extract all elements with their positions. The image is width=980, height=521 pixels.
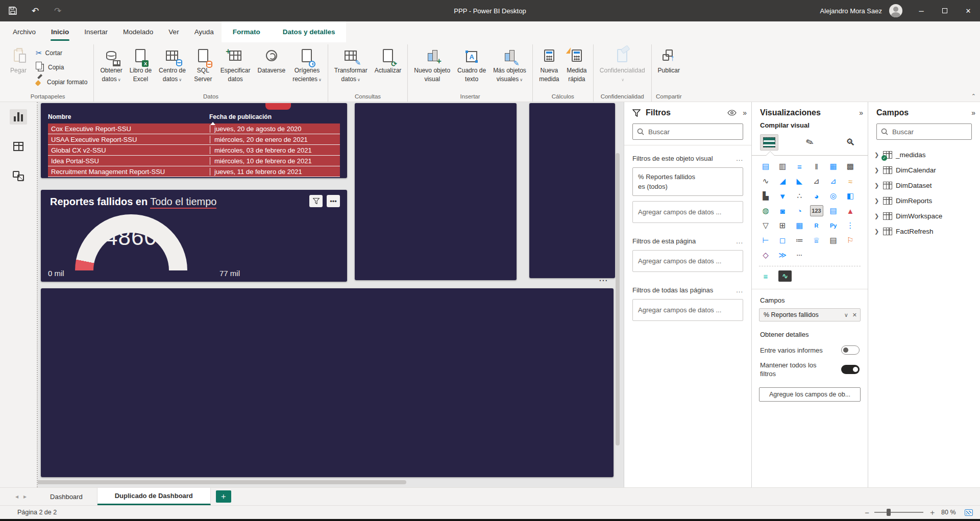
menu-tab-archivo[interactable]: Archivo — [5, 21, 43, 42]
key-influencers-icon[interactable]: ⋮ — [844, 220, 857, 231]
more-options-icon[interactable]: ... — [736, 155, 743, 162]
clustered-bar-chart-icon[interactable]: ≡ — [793, 161, 806, 172]
publicar-button[interactable]: ↑Publicar — [655, 45, 683, 75]
add-data-fields-box[interactable]: Agregar campos de datos ... — [632, 250, 743, 272]
page-tab-duplicado-de-dashboard[interactable]: Duplicado de Dashboard — [97, 488, 211, 505]
qa-visual-icon[interactable]: ◻ — [776, 235, 789, 246]
expand-chevron-icon[interactable]: ❯ — [874, 152, 879, 158]
expand-chevron-icon[interactable]: ❯ — [874, 167, 879, 173]
close-button[interactable]: ✕ — [957, 0, 980, 21]
chevron-down-icon[interactable]: ∨ — [844, 312, 848, 318]
menu-tab-ver[interactable]: Ver — [161, 21, 186, 42]
zoom-in-button[interactable]: ＋ — [928, 508, 936, 517]
origenes-recientes-button[interactable]: Orígenesrecientes∨ — [289, 45, 325, 85]
line-chart-icon[interactable]: ∿ — [759, 176, 772, 187]
sql-server-button[interactable]: SQLServer — [190, 45, 216, 84]
zoom-out-button[interactable]: − — [865, 508, 869, 517]
column-header[interactable]: Nombre — [48, 113, 209, 120]
empty-visual[interactable] — [529, 103, 615, 278]
100-stacked-bar-chart-icon[interactable]: ▦ — [827, 161, 840, 172]
python-visual-icon[interactable]: Py — [827, 220, 840, 231]
add-data-fields-box[interactable]: Agregar campos de datos ... — [632, 201, 743, 223]
matrix-icon[interactable]: ▦ — [793, 220, 806, 231]
stacked-column-chart-icon[interactable]: ▥ — [776, 161, 789, 172]
line-clustered-column-chart-icon[interactable]: ⊿ — [827, 176, 840, 187]
remove-field-icon[interactable]: ✕ — [852, 312, 857, 318]
next-page-arrow[interactable]: ▸ — [23, 493, 27, 500]
empty-visual-large[interactable] — [41, 288, 614, 477]
expand-chevron-icon[interactable]: ❯ — [874, 182, 879, 189]
libro-de-excel-button[interactable]: XLibro deExcel — [127, 45, 155, 84]
filters-search[interactable]: Buscar — [632, 123, 743, 140]
redo-icon[interactable]: ↷ — [53, 6, 62, 15]
metrics-icon[interactable]: ♕ — [810, 235, 823, 246]
smart-narrative-icon[interactable]: ≔ — [793, 235, 806, 246]
field-tree-item-_medidas[interactable]: ❯_medidas — [871, 147, 977, 162]
centro-de-datos-button[interactable]: Centro dedatos∨ — [156, 45, 189, 85]
table-row[interactable]: USAA Executive Report-SSUmiércoles, 20 d… — [48, 134, 340, 145]
menu-tab-inicio[interactable]: Inicio — [43, 21, 77, 42]
transformar-datos-button[interactable]: ✎Transformardatos∨ — [331, 45, 371, 85]
collapse-pane-icon[interactable]: » — [743, 109, 745, 117]
new-page-button[interactable]: ＋ — [216, 490, 231, 503]
save-icon[interactable] — [8, 6, 17, 15]
vertical-scrollbar[interactable] — [616, 153, 620, 445]
pegar-button[interactable]: Pegar — [5, 45, 32, 75]
medida-rapida-button[interactable]: Medidarápida — [564, 45, 590, 84]
kpi-icon[interactable]: ▲ — [844, 205, 857, 216]
decomposition-tree-icon[interactable]: ⊢ — [759, 235, 772, 246]
field-tree-item-factrefresh[interactable]: ❯FactRefresh — [871, 224, 977, 239]
undo-icon[interactable]: ↶ — [31, 6, 40, 15]
add-data-fields-box[interactable]: Agregar campos de datos ... — [632, 299, 743, 321]
line-stacked-column-chart-icon[interactable]: ⊿ — [810, 176, 823, 187]
donut-chart-icon[interactable]: ◎ — [827, 190, 840, 202]
card-icon[interactable]: 123 — [810, 205, 823, 216]
field-tree-item-dimcalendar[interactable]: ❯DimCalendar — [871, 162, 977, 178]
copiar-formato-button[interactable]: Copiar formato — [33, 76, 90, 88]
table-row[interactable]: Recruitment Management Report-SSUjueves,… — [48, 166, 340, 177]
clustered-column-chart-icon[interactable]: ‖ — [810, 161, 823, 172]
pie-chart-icon[interactable]: ◕ — [810, 190, 823, 202]
minimize-button[interactable]: ─ — [910, 0, 933, 21]
user-name[interactable]: Alejandro Mora Saez — [820, 7, 882, 15]
menu-tab-formato[interactable]: Formato — [222, 21, 272, 42]
filled-map-icon[interactable]: ◙ — [776, 205, 789, 216]
area-chart-icon[interactable]: ◢ — [776, 176, 789, 187]
funnel-chart-icon[interactable]: ▼ — [776, 190, 789, 202]
column-header[interactable]: Fecha de publicación — [209, 113, 340, 120]
field-tree-item-dimreports[interactable]: ❯DimReports — [871, 193, 977, 208]
eye-icon[interactable] — [727, 110, 737, 116]
zoom-slider[interactable] — [874, 512, 923, 513]
actualizar-button[interactable]: ⟳Actualizar — [372, 45, 405, 75]
keep-all-filters-toggle[interactable] — [841, 365, 860, 374]
table-row[interactable]: Global CX v2-SSUmiércoles, 03 de febrero… — [48, 145, 340, 156]
expand-chevron-icon[interactable]: ❯ — [874, 213, 879, 219]
arcgis-map-icon[interactable]: ⚐ — [844, 235, 857, 246]
more-options-icon[interactable]: ••• — [327, 195, 340, 207]
model-view-button[interactable] — [10, 168, 27, 184]
paginated-report-icon[interactable]: ▤ — [827, 235, 840, 246]
expand-chevron-icon[interactable]: ❯ — [874, 228, 879, 235]
gauge-visual[interactable]: Reportes fallidos en Todo el tiempo ••• … — [41, 190, 347, 282]
zoom-slider-handle[interactable] — [887, 509, 891, 516]
especificar-datos-button[interactable]: +Especificardatos — [217, 45, 254, 84]
menu-tab-modelado[interactable]: Modelado — [115, 21, 161, 42]
horizontal-scrollbar[interactable] — [38, 480, 406, 484]
data-view-button[interactable] — [10, 139, 27, 154]
table-visual[interactable]: Nombre Fecha de publicación Cox Executiv… — [41, 103, 347, 178]
collapse-pane-icon[interactable]: » — [971, 109, 974, 117]
analytics-tab[interactable]: 🔍︎ — [841, 134, 860, 151]
nuevo-objeto-visual-button[interactable]: +Nuevo objetovisual — [411, 45, 453, 84]
prev-page-arrow[interactable]: ◂ — [15, 493, 18, 500]
collapse-ribbon-icon[interactable]: ⌃ — [971, 93, 976, 100]
obtener-datos-button[interactable]: Obtenerdatos∨ — [97, 45, 125, 85]
field-tree-item-dimdataset[interactable]: ❯DimDataset — [871, 178, 977, 193]
cross-report-toggle[interactable] — [841, 345, 860, 355]
cuadro-de-texto-button[interactable]: ACuadro detexto — [454, 45, 489, 84]
scatter-chart-icon[interactable]: ∴ — [793, 190, 806, 202]
mas-objetos-visuales-button[interactable]: ✎Más objetosvisuales∨ — [490, 45, 529, 85]
map-icon[interactable]: ◍ — [759, 205, 772, 216]
dataverse-button[interactable]: Dataverse — [255, 45, 289, 75]
field-well-chip[interactable]: % Reportes fallidos ∨ ✕ — [759, 308, 861, 321]
confidencialidad-button[interactable]: Confidencialidad∨ — [597, 45, 648, 85]
